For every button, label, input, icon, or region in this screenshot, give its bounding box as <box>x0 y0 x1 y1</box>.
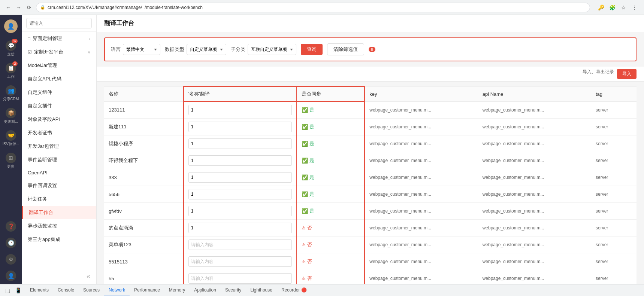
nav-item-dev-cert-label: 开发者证书 <box>28 129 52 136</box>
cell-name: 333 <box>104 169 184 186</box>
devtools-inspect-icon[interactable]: ⬚ <box>3 286 12 295</box>
language-select[interactable]: 繁體中文 <box>123 44 160 55</box>
sync-no-indicator: ⚠ 否 <box>302 275 360 282</box>
data-type-select[interactable]: 自定义菜单项 <box>187 44 226 55</box>
nav-item-dev-cert[interactable]: 开发者证书 <box>22 126 96 140</box>
cell-tag: server <box>591 237 637 253</box>
devtools-tab-lighthouse[interactable]: Lighthouse <box>246 284 277 296</box>
back-button[interactable]: ← <box>4 4 12 11</box>
nav-item-custom-component-label: 自定义组件 <box>28 89 52 96</box>
trans-input[interactable] <box>188 256 292 267</box>
sync-yes-indicator: ✅ 是 <box>302 123 360 130</box>
cell-trans[interactable] <box>184 119 297 135</box>
devtools-tab-console[interactable]: Console <box>53 284 79 296</box>
nav-item-custom-component[interactable]: 自定义组件 <box>22 86 96 99</box>
bookmark-icon[interactable]: ☆ <box>619 3 628 12</box>
cell-name: 5656 <box>104 186 184 203</box>
sidebar-item-user[interactable]: 👤 <box>6 268 16 284</box>
cell-trans[interactable] <box>184 220 297 237</box>
trans-input[interactable] <box>188 223 292 233</box>
nav-item-ui-customize-label: 界面定制管理 <box>33 35 62 42</box>
sidebar-item-work[interactable]: 📋 2 工作 <box>0 60 22 82</box>
import-button[interactable]: 导入 <box>617 69 637 79</box>
nav-item-custom-plugin[interactable]: 自定义插件 <box>22 99 96 113</box>
nav-item-third-party-app[interactable]: 第三方app集成 <box>22 233 96 246</box>
cell-tag: server <box>591 169 637 186</box>
cell-name: 吓得我全程下 <box>104 152 184 169</box>
devtools-tab-application[interactable]: Application <box>190 284 221 296</box>
trans-input[interactable] <box>188 206 292 216</box>
cell-trans[interactable] <box>184 152 297 169</box>
cell-trans[interactable] <box>184 203 297 220</box>
nav-item-modeljar[interactable]: ModelJar管理 <box>22 59 96 72</box>
nav-item-async-monitor[interactable]: 异步函数监控 <box>22 219 96 233</box>
sidebar-item-isv[interactable]: 🤝 ISV伙伴... <box>0 127 22 150</box>
col-header-key: key <box>365 86 478 101</box>
cell-key: webpage_customer_menu.m... <box>365 270 478 284</box>
devtools-tab-network[interactable]: Network <box>104 284 130 296</box>
nav-item-openapi[interactable]: OpenAPI <box>22 167 96 179</box>
refresh-button[interactable]: ⟳ <box>25 4 33 11</box>
nav-collapse-button[interactable]: « <box>22 269 96 284</box>
sidebar-item-clock[interactable]: 🕐 <box>6 235 16 251</box>
export-link[interactable]: 导入、导出记录 <box>583 69 614 79</box>
trans-input[interactable] <box>188 105 292 115</box>
nav-arrow-icon: › <box>89 37 90 41</box>
devtools-tab-memory[interactable]: Memory <box>164 284 190 296</box>
devtools-tab-performance[interactable]: Performance <box>130 284 164 296</box>
nav-search-input[interactable] <box>26 18 92 28</box>
sidebar-item-help[interactable]: ❓ <box>6 218 16 235</box>
nav-item-scheduled-task[interactable]: 计划任务 <box>22 192 96 206</box>
menu-icon[interactable]: ⋮ <box>630 3 640 12</box>
devtools-tab-security[interactable]: Security <box>221 284 246 296</box>
sidebar-item-more[interactable]: ⊞ 更多 <box>0 150 22 172</box>
trans-input[interactable] <box>188 155 292 166</box>
sidebar-item-contacts[interactable]: 💬 37 企信 <box>0 37 22 60</box>
nav-item-openapi-label: OpenAPI <box>28 170 48 176</box>
trans-input[interactable] <box>188 189 292 199</box>
cell-trans[interactable] <box>184 253 297 270</box>
nav-item-custom-dev[interactable]: ☑ 定制开发平台 ∨ <box>22 45 96 59</box>
nav-item-ui-customize[interactable]: □ 界面定制管理 › <box>22 32 96 45</box>
forward-button[interactable]: → <box>15 4 22 11</box>
cell-trans[interactable] <box>184 186 297 203</box>
devtools-tab-elements[interactable]: Elements <box>25 284 53 296</box>
nav-item-event-monitor[interactable]: 事件监听管理 <box>22 153 96 167</box>
extensions-icon[interactable]: 🧩 <box>607 3 617 12</box>
sub-category-select[interactable]: 互联自定义菜单项 <box>248 44 296 55</box>
address-bar[interactable]: 🔒 crm.ceshi112.com/XV/UI/manage#crmmanag… <box>36 3 590 12</box>
password-icon[interactable]: 🔑 <box>596 3 606 12</box>
contacts-label: 企信 <box>7 52 15 57</box>
nav-item-custom-api[interactable]: 自定义APL代码 <box>22 72 96 86</box>
cell-trans[interactable] <box>184 270 297 284</box>
nav-item-object-field-api[interactable]: 对象及字段API <box>22 113 96 126</box>
sidebar-item-settings[interactable]: ⚙ <box>6 251 16 268</box>
isv-label: ISV伙伴... <box>3 141 19 147</box>
avatar[interactable]: 👤 <box>4 19 18 33</box>
sidebar-item-share-crm[interactable]: 👥 分享CRM <box>0 82 22 105</box>
trans-input[interactable] <box>188 273 292 284</box>
nav-item-jar-mgmt[interactable]: 开发Jar包管理 <box>22 140 96 153</box>
nav-item-event-callback[interactable]: 事件回调设置 <box>22 179 96 192</box>
sync-no-icon: ⚠ <box>302 276 306 281</box>
trans-input[interactable] <box>188 172 292 183</box>
toolbar: 导入、导出记录 导入 <box>97 67 644 82</box>
cell-trans[interactable] <box>184 101 297 119</box>
trans-input[interactable] <box>188 122 292 132</box>
trans-input[interactable] <box>188 138 292 149</box>
cell-trans[interactable] <box>184 169 297 186</box>
devtools-device-icon[interactable]: 📱 <box>13 286 22 295</box>
cell-trans[interactable] <box>184 135 297 152</box>
cell-key: webpage_customer_menu.m... <box>365 152 478 169</box>
sidebar-item-update[interactable]: 📦 更改测... <box>0 105 22 127</box>
cell-tag: server <box>591 152 637 169</box>
devtools-tab-sources[interactable]: Sources <box>79 284 104 296</box>
nav-item-modeljar-label: ModelJar管理 <box>28 62 57 69</box>
trans-input[interactable] <box>188 239 292 250</box>
devtools-tab-recorder[interactable]: Recorder 🔴 <box>277 284 311 296</box>
nav-item-translate-workbench[interactable]: 翻译工作台 <box>22 206 96 219</box>
cell-trans[interactable] <box>184 237 297 253</box>
table-row: 5656✅ 是webpage_customer_menu.m...webpage… <box>104 186 637 203</box>
clear-filter-button[interactable]: 清除筛选值 <box>327 43 364 55</box>
query-button[interactable]: 查询 <box>301 44 323 55</box>
